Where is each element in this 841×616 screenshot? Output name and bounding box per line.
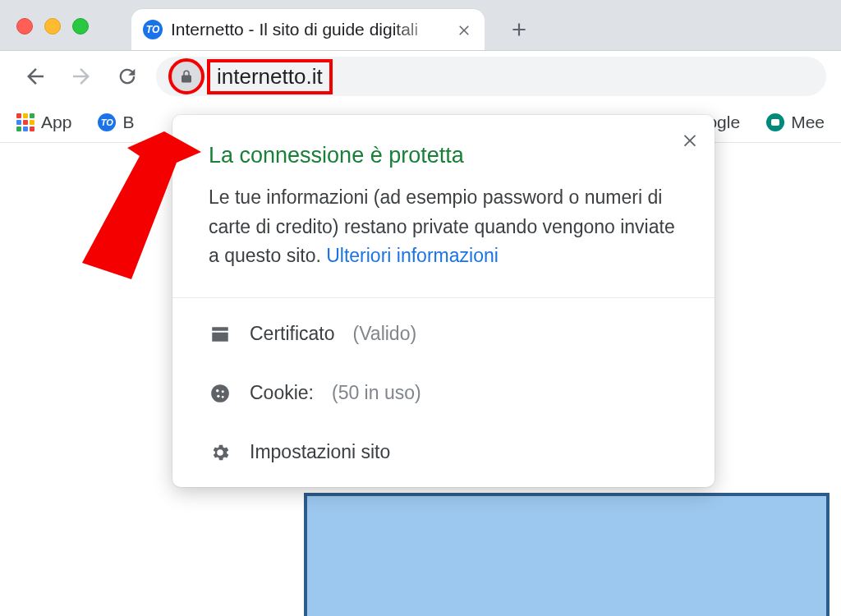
certificate-row[interactable]: Certificato (Valido) <box>172 305 715 364</box>
apps-grid-icon <box>16 113 34 131</box>
page-content-preview <box>304 493 830 616</box>
bookmark-item-meet-label: Mee <box>791 113 825 132</box>
window-minimize-button[interactable] <box>44 18 61 34</box>
forward-button[interactable] <box>64 59 99 94</box>
bookmark-item-2-favicon: TO <box>98 113 116 131</box>
svg-point-4 <box>222 396 224 398</box>
certificate-status: (Valido) <box>353 323 417 345</box>
svg-point-2 <box>222 390 224 393</box>
site-info-popup: La connessione è protetta Le tue informa… <box>172 115 715 487</box>
site-settings-row[interactable]: Impostazioni sito <box>172 423 715 482</box>
close-icon <box>681 131 699 149</box>
popup-description: Le tue informazioni (ad esempio password… <box>209 183 678 271</box>
arrow-right-icon <box>69 64 94 89</box>
url-text[interactable]: internetto.it <box>210 62 329 91</box>
learn-more-link[interactable]: Ulteriori informazioni <box>326 245 499 266</box>
meet-icon <box>766 113 784 131</box>
close-icon <box>457 22 471 37</box>
browser-tab-active[interactable]: TO Internetto - Il sito di guide digital… <box>131 9 485 50</box>
bookmark-item-2-label: B <box>122 113 134 132</box>
reload-button[interactable] <box>110 59 145 94</box>
bookmark-item-meet[interactable]: Mee <box>761 109 830 136</box>
cookies-row[interactable]: Cookie: (50 in uso) <box>172 364 715 423</box>
bookmarks-apps[interactable]: App <box>11 109 76 136</box>
gear-icon <box>209 441 232 464</box>
svg-point-1 <box>216 389 218 392</box>
lock-icon <box>179 69 194 84</box>
window-controls <box>16 18 89 34</box>
popup-close-button[interactable] <box>678 128 701 151</box>
window-fullscreen-button[interactable] <box>72 18 89 34</box>
bookmark-item-2[interactable]: TO B <box>93 109 139 136</box>
window-close-button[interactable] <box>16 18 33 34</box>
tab-strip: TO Internetto - Il sito di guide digital… <box>0 0 841 51</box>
back-button[interactable] <box>18 59 53 94</box>
site-settings-label: Impostazioni sito <box>250 441 390 463</box>
svg-point-0 <box>211 384 229 402</box>
tab-favicon: TO <box>143 20 163 39</box>
tab-title: Internetto - Il sito di guide digitali <box>171 20 448 39</box>
cookies-label: Cookie: <box>250 382 314 404</box>
certificate-icon <box>209 323 232 346</box>
reload-icon <box>116 65 139 88</box>
site-security-chip[interactable] <box>171 61 202 92</box>
popup-title: La connessione è protetta <box>209 143 678 168</box>
certificate-label: Certificato <box>250 323 335 345</box>
arrow-left-icon <box>23 64 48 89</box>
address-bar[interactable]: internetto.it <box>156 57 826 96</box>
cookies-status: (50 in uso) <box>332 382 421 404</box>
new-tab-button[interactable] <box>503 13 535 46</box>
svg-point-3 <box>217 395 219 398</box>
bookmarks-apps-label: App <box>41 113 71 132</box>
tab-close-button[interactable] <box>457 22 471 37</box>
nav-toolbar: internetto.it <box>0 51 841 102</box>
cookie-icon <box>209 382 232 405</box>
plus-icon <box>508 19 530 40</box>
